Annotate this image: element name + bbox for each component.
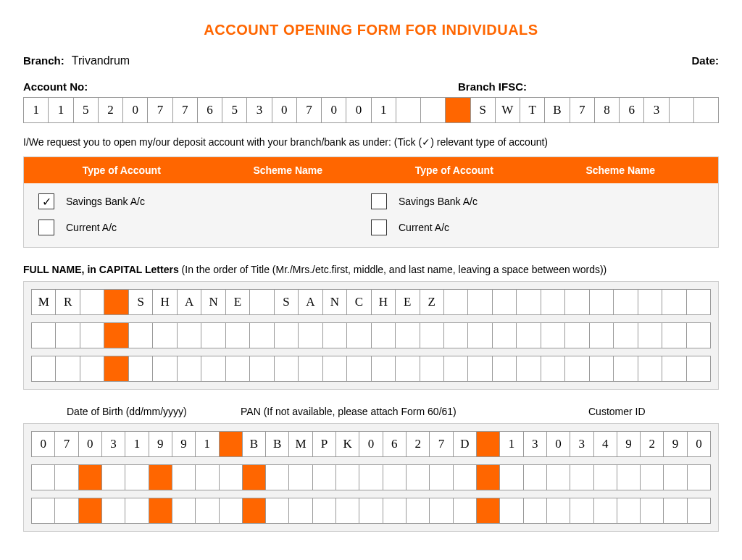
cell [594,498,617,523]
cell [79,465,102,490]
cell: 0 [32,432,55,456]
cell [468,356,492,381]
checkbox-current-right[interactable] [371,220,387,235]
cell [266,498,289,523]
cell [565,323,589,348]
cell [226,356,250,381]
cell [149,498,172,523]
cell [407,465,430,490]
cell [220,498,243,523]
cell: 7 [148,98,172,122]
account-ifsc-labels: Account No: Branch IFSC: [23,80,719,93]
cell [590,356,614,381]
checkbox-savings-right[interactable] [371,193,387,209]
cell [477,465,500,490]
cell [493,323,517,348]
form-title: ACCOUNT OPENING FORM FOR INDIVIDUALS [23,22,719,38]
cell: W [496,98,520,122]
cell [243,465,266,490]
cell: S [275,290,299,314]
cell: 0 [346,98,371,122]
cell [201,323,225,348]
cell: M [289,432,312,456]
acc-right-current: Current A/c [371,220,538,235]
cell [617,498,641,523]
cell [421,98,446,122]
cell [662,356,686,381]
cell [664,498,687,523]
cell: T [520,98,545,122]
acc-left-current-label: Current A/c [66,222,117,233]
cell: A [178,290,201,314]
cell: 0 [322,98,346,122]
cell: 1 [49,98,73,122]
cell [670,98,694,122]
account-type-table: Type of Account Scheme Name Type of Acco… [23,156,719,248]
checkbox-current-left[interactable] [38,220,54,235]
cell [80,290,104,314]
cell [336,465,359,490]
cell: 3 [524,432,547,456]
account-type-left: ✓ Savings Bank A/c Current A/c [38,193,205,235]
cell: B [266,432,289,456]
cell [299,356,322,381]
cell: M [32,290,56,314]
acc-head-2: Type of Account [371,164,538,176]
cell: 6 [620,98,644,122]
cell: K [336,432,359,456]
cell [541,290,565,314]
cell [102,465,125,490]
cell: 9 [664,432,687,456]
cell [149,465,172,490]
cell [500,498,523,523]
cell [468,290,492,314]
acc-head-0: Type of Account [38,164,205,176]
cell [289,498,312,523]
cell [129,356,153,381]
cell [524,498,547,523]
cell [590,290,614,314]
cell [102,498,125,523]
pan-label: PAN (If not available, please attach For… [241,406,552,417]
cell [477,432,500,456]
cell: B [545,98,570,122]
cell: 2 [407,432,430,456]
cell: 0 [79,432,102,456]
cell: P [313,432,336,456]
cell [454,465,477,490]
cell [383,498,407,523]
cell [243,498,266,523]
top-row: Branch: Trivandrum Date: [23,54,719,67]
cell [226,323,250,348]
cell [250,356,274,381]
cell [201,356,225,381]
cell [55,465,78,490]
cell: C [347,290,371,314]
cell: N [201,290,225,314]
cell [517,323,541,348]
cell: 8 [595,98,620,122]
acc-right-savings-label: Savings Bank A/c [399,196,478,207]
cell [172,498,196,523]
cell: R [56,290,80,314]
cell [493,356,517,381]
cell [396,323,420,348]
cell [372,356,396,381]
cell [687,356,711,381]
cell: A [299,290,322,314]
cell [347,356,371,381]
fullname-box: MRSHANESANCHEZ [23,281,719,390]
account-no-label: Account No: [23,80,458,93]
cell [638,323,662,348]
account-type-right: Savings Bank A/c Current A/c [371,193,538,235]
bottom-row [31,498,711,524]
cell [125,498,149,523]
cell [32,498,55,523]
cell: 3 [102,432,125,456]
cell [104,323,128,348]
cell [129,323,153,348]
checkbox-savings-left[interactable]: ✓ [38,193,54,209]
cell [500,465,523,490]
cell [454,498,477,523]
cell [32,323,56,348]
